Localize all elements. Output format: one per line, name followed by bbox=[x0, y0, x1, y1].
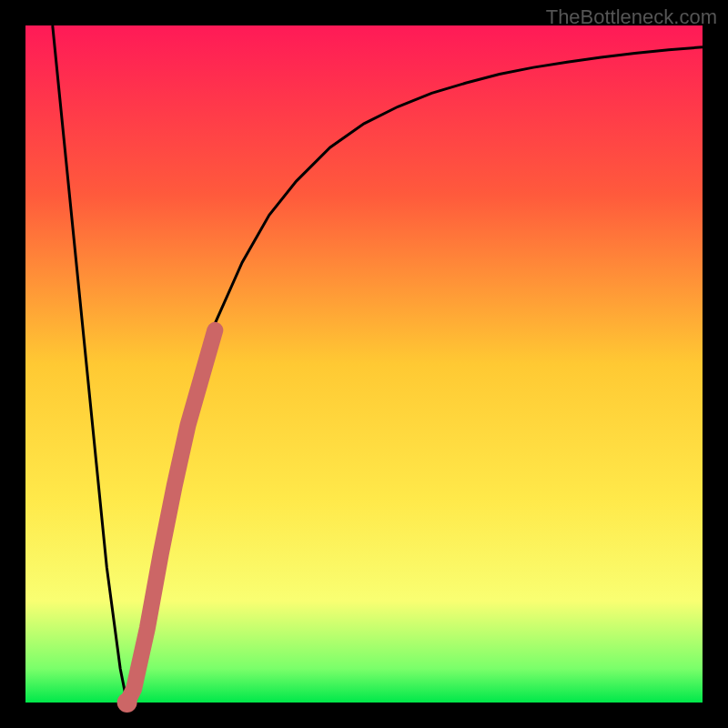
watermark-text: TheBottleneck.com bbox=[546, 5, 717, 29]
plot-background bbox=[25, 25, 703, 703]
chart-container: TheBottleneck.com bbox=[0, 0, 728, 728]
performance-chart bbox=[0, 0, 728, 728]
minimum-point bbox=[117, 693, 137, 713]
